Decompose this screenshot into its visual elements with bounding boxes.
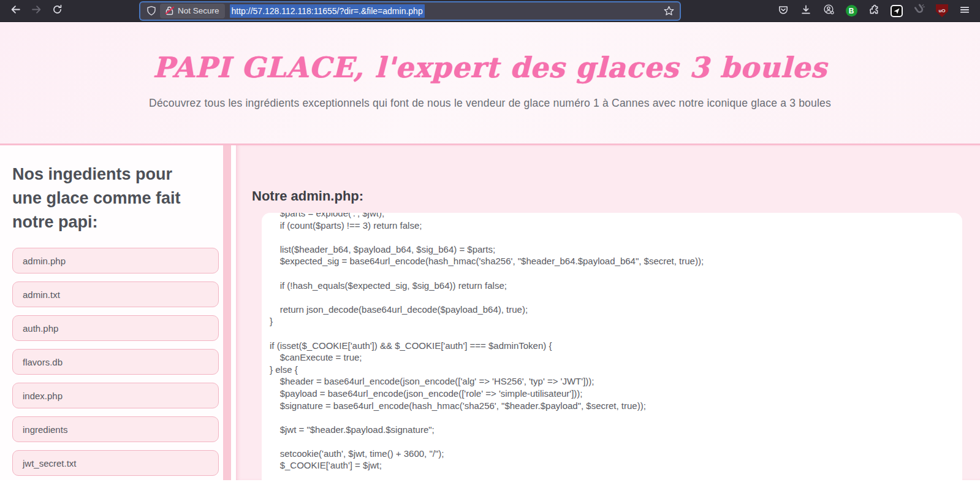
- file-list: admin.php admin.txt auth.php flavors.db …: [12, 248, 211, 476]
- php-source-code: $parts = explode('.', $jwt); if (count($…: [270, 213, 951, 472]
- code-line: [270, 435, 951, 448]
- code-line: if (isset($_COOKIE['auth']) && $_COOKIE[…: [270, 340, 951, 352]
- code-section-heading: Notre admin.php:: [252, 188, 962, 204]
- forward-arrow-icon: [31, 4, 42, 17]
- main-panel: Notre admin.php: $parts = explode('.', $…: [236, 145, 980, 480]
- code-block[interactable]: $parts = explode('.', $jwt); if (count($…: [262, 213, 962, 480]
- hamburger-icon: [959, 4, 970, 18]
- code-line: $payload = base64url_encode(json_encode(…: [270, 388, 951, 400]
- code-line: if (count($parts) !== 3) return false;: [270, 220, 951, 232]
- code-line: $jwt = "$header.$payload.$signature";: [270, 424, 951, 436]
- sidebar-heading: Nos ingedients pour une glace comme fait…: [12, 163, 191, 234]
- file-button[interactable]: admin.php: [12, 248, 219, 274]
- tracking-shield-icon[interactable]: [143, 6, 160, 16]
- pocket-icon: [778, 4, 789, 18]
- content-area: Nos ingedients pour une glace comme fait…: [0, 145, 980, 480]
- reload-icon: [52, 4, 63, 17]
- code-line: $canExecute = true;: [270, 351, 951, 364]
- code-line: } else {: [270, 364, 951, 376]
- site-identity-chip[interactable]: Not Secure: [160, 4, 225, 18]
- code-line: $signature = base64url_encode(hash_hmac(…: [270, 400, 951, 412]
- page-title: PAPI GLACE, l'expert des glaces 3 boules: [0, 50, 980, 85]
- file-button[interactable]: flavors.db: [12, 349, 219, 375]
- code-line: [270, 231, 951, 243]
- code-line: [270, 327, 951, 340]
- browser-window: Not Secure http://57.128.112.118:11655/?…: [0, 0, 980, 482]
- file-button[interactable]: ingredients: [12, 416, 219, 442]
- hero-header: PAPI GLACE, l'expert des glaces 3 boules…: [0, 22, 980, 145]
- send-extension-button[interactable]: [887, 2, 906, 20]
- green-extension-button[interactable]: B: [842, 2, 860, 20]
- code-line: $_COOKIE['auth'] = $jwt;: [270, 459, 951, 472]
- paper-plane-icon: [891, 5, 903, 17]
- broken-lock-icon: [165, 6, 174, 15]
- back-arrow-icon: [10, 4, 21, 17]
- forward-button[interactable]: [27, 2, 45, 20]
- back-button[interactable]: [6, 2, 25, 20]
- code-line: [270, 411, 951, 424]
- code-line: $expected_sig = base64url_encode(hash_hm…: [270, 255, 951, 267]
- code-line: }: [270, 315, 951, 327]
- code-line: list($header_b64, $payload_b64, $sig_b64…: [270, 243, 951, 256]
- ublock-shield-icon: uO: [936, 4, 948, 17]
- code-line: setcookie('auth', $jwt, time() + 3600, "…: [270, 448, 951, 460]
- menu-button[interactable]: [955, 2, 974, 20]
- code-line: $header = base64url_encode(json_encode([…: [270, 375, 951, 388]
- code-line: return json_decode(base64url_decode($pay…: [270, 304, 951, 316]
- bookmark-star-icon[interactable]: [661, 6, 676, 16]
- code-line: $parts = explode('.', $jwt);: [270, 213, 951, 220]
- toolbar-extensions-area: B uO: [774, 2, 974, 20]
- download-icon: [800, 4, 811, 18]
- url-text-selected[interactable]: http://57.128.112.118:11655/?dir=.&file=…: [230, 4, 425, 18]
- downloads-button[interactable]: [797, 2, 815, 20]
- file-button[interactable]: auth.php: [12, 315, 219, 341]
- page-subtitle: Découvrez tous les ingrédients exception…: [0, 97, 980, 110]
- puzzle-icon: [868, 4, 879, 18]
- url-bar[interactable]: Not Secure http://57.128.112.118:11655/?…: [140, 2, 680, 20]
- magnet-icon: [914, 4, 925, 18]
- account-button[interactable]: [819, 2, 838, 20]
- web-page: PAPI GLACE, l'expert des glaces 3 boules…: [0, 22, 980, 482]
- reload-button[interactable]: [48, 2, 66, 20]
- security-label: Not Secure: [178, 6, 219, 15]
- file-button[interactable]: index.php: [12, 383, 219, 408]
- extensions-button[interactable]: [865, 2, 883, 20]
- ublock-origin-button[interactable]: uO: [933, 2, 951, 20]
- file-button[interactable]: admin.txt: [12, 281, 219, 307]
- code-line: [270, 267, 951, 280]
- code-line: [270, 291, 951, 304]
- account-icon: [823, 4, 835, 18]
- pocket-button[interactable]: [774, 2, 792, 20]
- file-button[interactable]: jwt_secret.txt: [12, 450, 219, 476]
- code-line: if (!hash_equals($expected_sig, $sig_b64…: [270, 280, 951, 292]
- magnet-extension-button[interactable]: [910, 2, 929, 20]
- browser-toolbar: Not Secure http://57.128.112.118:11655/?…: [0, 0, 980, 22]
- ingredients-sidebar: Nos ingedients pour une glace comme fait…: [0, 145, 231, 480]
- green-extension-icon: B: [846, 5, 857, 17]
